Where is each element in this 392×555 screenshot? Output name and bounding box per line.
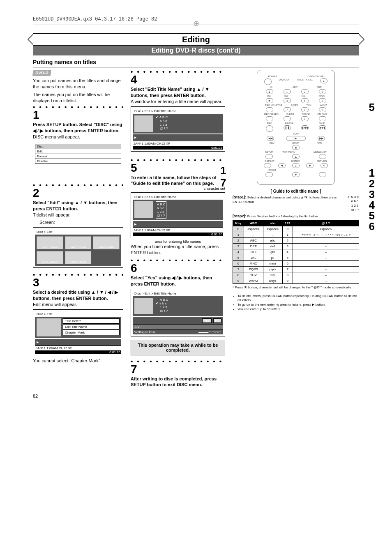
charset-option: 1 2 3 [157,210,165,214]
step-6-instruction: Select "Yes" using ◀ / ▶ buttons, then p… [131,275,225,287]
writing-label: Writing to Disc [134,330,155,334]
step-1-instruction: Press SETUP button. Select "DISC" using … [33,122,123,134]
step-7-instruction: After writing to disc is completed, pres… [131,376,225,388]
num-3-button: 3 [319,89,326,94]
pause-button: ❚❚ [284,125,291,130]
step-1-screen: Disc Edit Format Finalize [33,142,123,178]
power-button [264,78,272,85]
ch-up-button: ▲ [266,89,273,94]
table-row: 7PQRSpqrs7– [233,267,359,272]
left-button: ◀ [278,163,286,168]
table-header: @ ! ? [293,221,359,226]
page-number: 82 [33,394,359,398]
table-row: 9WXYZwxyz9– [233,278,359,284]
charset-option: a b c [347,199,359,203]
title-thumbnail [134,115,153,132]
title-thumbnail: JAN/1 4:00AM [37,251,63,264]
table-row: 8TUVtuv8– [233,272,359,278]
no-button: No [213,318,221,323]
progress-bar-icon: ▬▬▬▭▭▭▭ [198,330,221,334]
step-1-desc: DISC menu will appear. [33,134,123,140]
entry-area-label: area for entering title names [131,240,225,244]
play-triangle-icon: ▶ [133,134,223,141]
entered-text: abc [133,325,223,330]
num-6-button: 6 [319,98,326,103]
num-1-button: 1 [284,89,291,94]
rec-monitor-button [266,107,273,112]
charset-option: A B C [159,115,168,119]
intro-text-2: The names you put on the titles will be … [33,92,123,104]
page-subtitle: Editing DVD-R discs (cont'd) [33,46,359,55]
table-row: 1––1" # $ % & ' ( ) * + , - . / : ; < = … [233,232,359,238]
step-2-desc: Titlelist will appear. [33,212,123,218]
breadcrumb: Disc > Edit > Edit Title Name [133,291,223,296]
rec-speed-button [266,116,273,121]
table-row: 2ABCabc2– [233,238,359,244]
charset-option: a b c [156,119,168,123]
play-triangle-icon: ▶ [133,221,223,228]
stop-button: ■ [292,145,300,150]
step-7-number: 7 [131,364,225,375]
setup-button [265,154,273,159]
character-mapping-table: Key ABC abc 123 @ ! ? 0<space><space>0<s… [233,220,359,284]
rec-button [266,125,273,132]
callout-right-1: 5 [369,101,375,114]
menu-item: Format [35,154,121,159]
charset-option: a b c [157,206,165,210]
title-thumbnail: JAN/1 3:00AM [93,236,120,249]
breadcrumb: Disc > Edit [35,311,121,317]
notice-box: This operation may take a while to be co… [131,340,225,355]
open-close-button: ▲ [320,78,327,83]
step-4-instruction: Select "Edit Title Name" using ▲ / ▼ but… [131,86,225,99]
timecode: 0:01:25 [133,233,223,236]
num-0-button: 0 [301,116,309,121]
charset-option: @ ! ? [157,214,165,217]
up-button: ▲ [292,154,300,159]
charset-option: @ ! ? [347,208,359,212]
rev-button: ◀◀ [267,136,274,141]
step-4-screen: Disc > Edit > Edit Title Name ✔ A B C a … [131,106,225,152]
step-5-footnote: When you finish entering a title name, p… [131,244,225,256]
guide-note: To delete letters, press CLEAR button re… [238,294,359,303]
breadcrumb: Disc > Edit > Edit Title Name [133,108,223,114]
charset-option: @ ! ? [156,309,168,313]
step-divider: • • • • • • • • • • • • • • • • • • • • … [131,359,225,364]
step-divider: • • • • • • • • • • • • • • • • • • • • … [131,158,225,162]
repeat-button [264,163,271,168]
step-3-desc: Edit menu will appear. [33,302,123,308]
guide-step2-text: Press Number buttons following by the li… [247,214,319,218]
table-header: Key [233,221,244,226]
zoom-button [265,172,273,177]
section-title: Putting names on titles [33,59,359,65]
table-header: 123 [282,221,293,226]
step-2-number: 2 [33,187,123,199]
page-title: Editing [182,35,210,44]
menu-title: Disc [35,144,121,149]
page-title-bar: Editing [33,33,359,46]
step-3-screen: Disc > Edit Title Delete Edit Title Name… [33,309,123,356]
fwd-button: ▶▶ [318,136,325,141]
chevron-left-icon [28,34,33,45]
num-4-button: 4 [284,98,291,103]
ch-down-button: ▼ [266,98,273,103]
step-3-number: 3 [33,277,123,288]
step-6-screen: Disc > Edit > Edit Title Name A B C ✔ a … [131,289,225,336]
step-5-screen: Disc > Edit > Edit Title Name A B C a b … [131,192,225,238]
step-divider: • • • • • • • • • • • • • • • • • • • • … [33,273,123,277]
table-row: 6MNOmno6– [233,261,359,267]
charset-option: A B C [156,298,168,302]
num-5-button: 5 [301,98,309,103]
timecode: 0:01:25 [35,350,121,354]
table-row: 5JKLjkl5– [233,255,359,261]
title-thumbnail [134,201,153,218]
step-1-number: 1 [33,109,123,121]
divider [33,67,359,67]
return-button-2 [319,172,326,177]
clear-button [284,116,291,121]
skip-prev-button: ▮◀◀ [301,125,309,130]
menulist-button [319,154,326,159]
num-2-button: 2 [301,89,309,94]
status-text: JAN/ 1 1:00AM CH12 XP [134,142,170,145]
title-thumbnail [134,298,153,314]
guide-title: [ Guide to edit title name ] [233,189,359,193]
